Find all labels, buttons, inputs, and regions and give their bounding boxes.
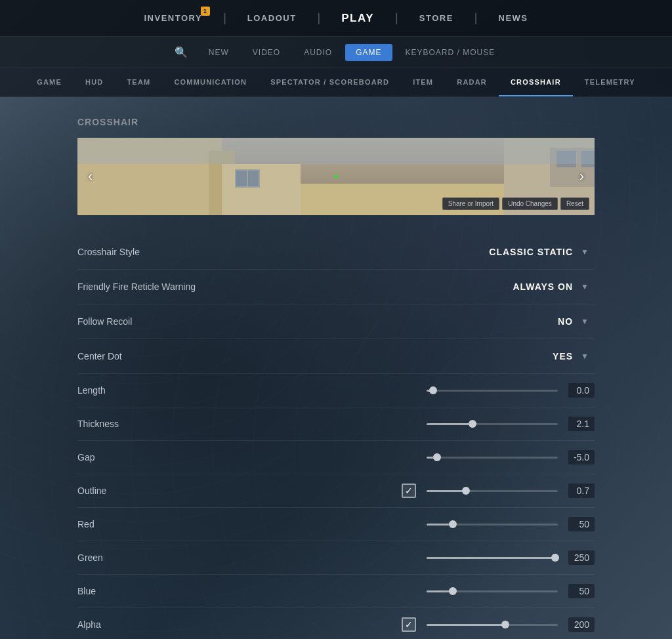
nav-inventory[interactable]: INVENTORY 1 xyxy=(126,0,221,36)
length-slider[interactable] xyxy=(427,384,558,397)
green-row: Green 250 xyxy=(77,541,595,575)
subnav-communication[interactable]: COMMUNICATION xyxy=(162,68,259,96)
alpha-slider[interactable] xyxy=(427,618,558,631)
length-slider-container: 0.0 xyxy=(427,383,595,398)
center-dot-label: Center Dot xyxy=(77,351,242,361)
blue-value: 50 xyxy=(568,584,595,598)
thickness-slider[interactable] xyxy=(427,417,558,430)
nav-store[interactable]: STORE xyxy=(401,0,472,36)
gap-value: -5.0 xyxy=(568,450,595,464)
svg-rect-6 xyxy=(236,171,247,186)
settings-tab-video[interactable]: VIDEO xyxy=(242,44,291,61)
red-slider[interactable] xyxy=(427,518,558,531)
outline-value: 0.7 xyxy=(568,484,595,498)
subnav-telemetry[interactable]: TELEMETRY xyxy=(573,68,647,96)
alpha-label: Alpha xyxy=(77,619,242,630)
svg-rect-7 xyxy=(248,171,259,186)
nav-sep-3: | xyxy=(392,11,401,25)
nav-play[interactable]: PLAY xyxy=(323,0,392,36)
settings-tab-game[interactable]: GAME xyxy=(345,44,392,61)
chevron-down-icon: ▼ xyxy=(581,317,589,326)
alpha-checkbox[interactable]: ✓ xyxy=(402,617,416,632)
subnav-spectator-scoreboard[interactable]: SPECTATOR / SCOREBOARD xyxy=(259,68,401,96)
crosshair-style-dropdown[interactable]: CLASSIC STATIC ▼ xyxy=(484,244,595,260)
inventory-badge: 1 xyxy=(201,7,210,16)
blue-label: Blue xyxy=(77,586,242,596)
settings-tab-new[interactable]: NEW xyxy=(198,44,240,61)
red-row: Red 50 xyxy=(77,508,595,541)
follow-recoil-row: Follow Recoil NO ▼ xyxy=(77,304,595,339)
chevron-down-icon: ▼ xyxy=(581,282,589,291)
red-slider-container: 50 xyxy=(427,517,595,531)
preview-action-buttons: Share or Import Undo Changes Reset xyxy=(442,197,589,210)
crosshair-style-row: Crosshair Style CLASSIC STATIC ▼ xyxy=(77,235,595,270)
thickness-value: 2.1 xyxy=(568,417,595,431)
friendly-fire-label: Friendly Fire Reticle Warning xyxy=(77,281,242,292)
subnav-game[interactable]: GAME xyxy=(25,68,74,96)
gap-slider[interactable] xyxy=(427,451,558,464)
subnav-item[interactable]: ITEM xyxy=(401,68,445,96)
sub-navigation: GAME HUD TEAM COMMUNICATION SPECTATOR / … xyxy=(0,68,672,97)
subnav-hud[interactable]: HUD xyxy=(74,68,115,96)
friendly-fire-row: Friendly Fire Reticle Warning ALWAYS ON … xyxy=(77,270,595,304)
nav-loadout[interactable]: LOADOUT xyxy=(229,0,315,36)
subnav-team[interactable]: TEAM xyxy=(115,68,162,96)
blue-row: Blue 50 xyxy=(77,575,595,608)
thickness-row: Thickness 2.1 xyxy=(77,407,595,441)
alpha-slider-container: ✓ 200 xyxy=(402,617,595,632)
subnav-radar[interactable]: RADAR xyxy=(445,68,499,96)
green-value: 250 xyxy=(568,550,595,565)
length-row: Length 0.0 xyxy=(77,374,595,407)
chevron-down-icon: ▼ xyxy=(581,247,589,257)
outline-checkbox[interactable]: ✓ xyxy=(402,484,416,498)
nav-news[interactable]: NEWS xyxy=(480,0,547,36)
crosshair-style-label: Crosshair Style xyxy=(77,247,242,257)
length-value: 0.0 xyxy=(568,383,595,398)
section-title-crosshair: Crosshair xyxy=(77,117,595,127)
outline-slider-container: ✓ 0.7 xyxy=(402,484,595,498)
follow-recoil-label: Follow Recoil xyxy=(77,316,242,327)
green-slider-container: 250 xyxy=(427,550,595,565)
length-label: Length xyxy=(77,385,242,396)
outline-label: Outline xyxy=(77,485,242,496)
crosshair-preview: 14 ‹ › Share or Import Undo Changes Rese… xyxy=(77,138,595,215)
settings-tab-audio[interactable]: AUDIO xyxy=(293,44,343,61)
thickness-label: Thickness xyxy=(77,419,242,429)
blue-slider-container: 50 xyxy=(427,584,595,598)
nav-sep-2: | xyxy=(315,11,324,25)
nav-sep-1: | xyxy=(220,11,229,25)
gap-slider-container: -5.0 xyxy=(427,450,595,464)
green-slider[interactable] xyxy=(427,551,558,564)
follow-recoil-dropdown[interactable]: NO ▼ xyxy=(553,314,595,329)
gap-label: Gap xyxy=(77,452,242,463)
green-label: Green xyxy=(77,552,242,563)
blue-slider[interactable] xyxy=(427,585,558,598)
subnav-crosshair[interactable]: CROSSHAIR xyxy=(499,68,573,96)
search-icon[interactable]: 🔍 xyxy=(167,42,196,62)
preview-next-button[interactable]: › xyxy=(574,163,589,190)
alpha-row: Alpha ✓ 200 xyxy=(77,608,595,639)
svg-rect-12 xyxy=(77,138,595,164)
friendly-fire-dropdown[interactable]: ALWAYS ON ▼ xyxy=(507,279,595,295)
chevron-down-icon: ▼ xyxy=(581,352,589,361)
settings-tab-keyboard-mouse[interactable]: KEYBOARD / MOUSE xyxy=(395,44,506,61)
nav-sep-4: | xyxy=(472,11,480,25)
svg-rect-4 xyxy=(222,164,301,215)
gap-row: Gap -5.0 xyxy=(77,441,595,474)
alpha-value: 200 xyxy=(568,617,595,632)
outline-slider[interactable] xyxy=(427,484,558,497)
thickness-slider-container: 2.1 xyxy=(427,417,595,431)
outline-row: Outline ✓ 0.7 xyxy=(77,474,595,508)
crosshair-dot xyxy=(335,175,337,178)
center-dot-row: Center Dot YES ▼ xyxy=(77,339,595,374)
top-navigation: INVENTORY 1 | LOADOUT | PLAY | STORE | N… xyxy=(0,0,672,37)
share-import-button[interactable]: Share or Import xyxy=(442,197,499,210)
center-dot-dropdown[interactable]: YES ▼ xyxy=(547,348,595,364)
undo-changes-button[interactable]: Undo Changes xyxy=(502,197,558,210)
settings-navigation: 🔍 NEW VIDEO AUDIO GAME KEYBOARD / MOUSE xyxy=(0,37,672,68)
red-label: Red xyxy=(77,519,242,529)
red-value: 50 xyxy=(568,517,595,531)
preview-prev-button[interactable]: ‹ xyxy=(83,163,98,190)
main-content: Crosshair xyxy=(0,97,672,639)
reset-button[interactable]: Reset xyxy=(560,197,589,210)
